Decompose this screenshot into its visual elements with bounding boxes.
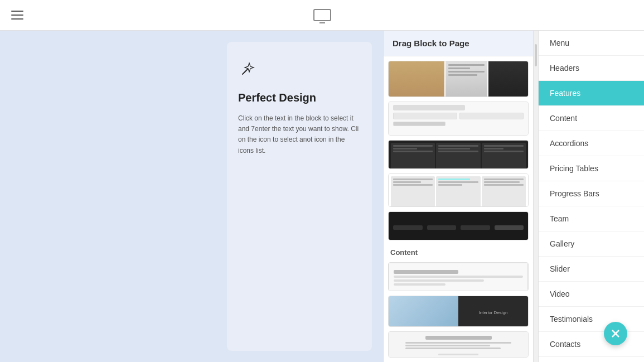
sidebar-item-gallery[interactable]: Gallery: [539, 231, 644, 257]
sidebar-item-slider[interactable]: Slider: [539, 257, 644, 282]
sidebar-nav: Menu Headers Features Content Accordions…: [538, 31, 644, 362]
main-area: Perfect Design Click on the text in the …: [0, 31, 644, 362]
preview-title: Perfect Design: [238, 91, 361, 104]
hamburger-button[interactable]: [11, 11, 23, 20]
content-section-label: Content: [388, 245, 529, 258]
preview-text: Click on the text in the block to select…: [238, 113, 361, 156]
sidebar-item-testimonials[interactable]: Testimonials: [539, 307, 644, 332]
sidebar-item-accordions[interactable]: Accordions: [539, 131, 644, 156]
sidebar-item-menu[interactable]: Menu: [539, 31, 644, 56]
topbar: [0, 0, 644, 31]
close-button[interactable]: [604, 322, 627, 345]
blocks-panel: Drag Block to Page: [383, 31, 534, 362]
sidebar-item-team[interactable]: Team: [539, 206, 644, 231]
scroll-track: [534, 31, 538, 362]
block-thumb-1[interactable]: [388, 61, 529, 97]
block-content-thumb-3[interactable]: [388, 331, 529, 358]
design-icon: [238, 59, 361, 83]
block-content-thumb-2[interactable]: Interior Design: [388, 296, 529, 327]
block-content-thumb-1[interactable]: [388, 262, 529, 291]
sidebar-item-pricing-tables[interactable]: Pricing Tables: [539, 156, 644, 181]
sidebar-item-contacts[interactable]: Contacts: [539, 332, 644, 357]
scroll-thumb[interactable]: [535, 44, 537, 66]
preview-area: Perfect Design Click on the text in the …: [0, 31, 383, 362]
block-thumb-4[interactable]: [388, 173, 529, 207]
sidebar-item-features[interactable]: Features: [539, 81, 644, 106]
svg-line-0: [243, 69, 248, 74]
preview-card: Perfect Design Click on the text in the …: [227, 42, 372, 351]
block-thumb-3[interactable]: [388, 140, 529, 169]
desktop-view-button[interactable]: [313, 9, 331, 21]
drag-header: Drag Block to Page: [384, 31, 533, 56]
sidebar-item-content[interactable]: Content: [539, 106, 644, 131]
sidebar-item-progress-bars[interactable]: Progress Bars: [539, 181, 644, 206]
blocks-scroll[interactable]: Content Interior Design: [384, 56, 533, 362]
sidebar-item-video[interactable]: Video: [539, 282, 644, 307]
block-thumb-2[interactable]: [388, 102, 529, 136]
sidebar-item-headers[interactable]: Headers: [539, 56, 644, 81]
block-thumb-5[interactable]: [388, 211, 529, 240]
